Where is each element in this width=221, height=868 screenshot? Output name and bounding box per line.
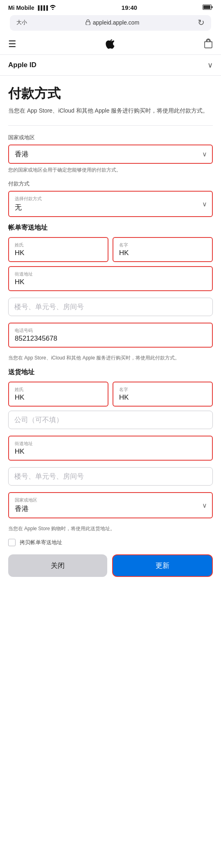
billing-lastname-value: HK <box>15 249 25 257</box>
page-description: 当您在 App Store、iCloud 和其他 Apple 服务进行购买时，将… <box>8 106 213 115</box>
country-select-wrapper[interactable]: 香港 ∨ <box>8 145 213 164</box>
payment-select-label: 选择付款方式 <box>15 196 206 202</box>
status-bar: Mi Mobile ▐▐▐▐ 19:40 <box>0 0 221 14</box>
address-bar-inner: appleid.apple.com <box>27 19 198 26</box>
copy-billing-label: 拷贝帐单寄送地址 <box>20 539 62 546</box>
shipping-country-group: 国家或地区 香港 ∨ <box>8 492 213 518</box>
payment-section: 付款方式 选择付款方式 无 ∨ <box>8 180 213 217</box>
address-size-btn[interactable]: 大小 <box>16 19 27 26</box>
signal-icon: ▐▐▐▐ <box>36 5 47 10</box>
refresh-icon[interactable]: ↻ <box>198 18 205 27</box>
billing-phone-group: 电话号码 85212345678 <box>8 323 213 348</box>
billing-phone-value: 85212345678 <box>15 335 57 342</box>
shipping-street-value: HK <box>15 448 25 455</box>
billing-street-label: 街道地址 <box>15 271 206 277</box>
country-label: 国家或地区 <box>8 134 213 141</box>
close-button[interactable]: 关闭 <box>8 554 107 577</box>
status-right <box>203 5 213 11</box>
billing-name-row: 姓氏 HK 名字 HK <box>8 237 213 262</box>
country-section: 国家或地区 香港 ∨ 您的国家或地区会用于确定您能够使用的付款方式。 <box>8 134 213 174</box>
apple-id-title: Apple ID <box>8 61 36 69</box>
payment-select[interactable]: 选择付款方式 无 <box>8 191 213 217</box>
country-note: 您的国家或地区会用于确定您能够使用的付款方式。 <box>8 166 213 174</box>
wifi-icon <box>50 5 56 11</box>
hamburger-icon[interactable]: ☰ <box>8 39 16 50</box>
shipping-lastname-value: HK <box>15 393 25 401</box>
billing-apt-placeholder: 楼号、单元号、房间号 <box>14 303 84 311</box>
apple-id-header[interactable]: Apple ID ∨ <box>0 55 221 76</box>
divider-1 <box>8 125 213 126</box>
country-select[interactable]: 香港 <box>8 145 213 164</box>
shipping-street-group: 街道地址 HK <box>8 436 213 461</box>
shipping-company-placeholder: 公司（可不填） <box>14 416 63 424</box>
shipping-note: 当您在 Apple Store 购物时，将使用此送货地址。 <box>8 525 213 532</box>
shipping-street-label: 街道地址 <box>15 441 206 447</box>
lock-icon <box>86 19 90 26</box>
svg-rect-1 <box>203 5 210 9</box>
shipping-country-select[interactable]: 国家或地区 香港 <box>8 492 213 518</box>
shipping-title: 送货地址 <box>8 368 213 377</box>
shipping-firstname-value: HK <box>119 393 129 401</box>
billing-street-value: HK <box>15 278 25 286</box>
shipping-name-row: 姓氏 HK 名字 HK <box>8 382 213 407</box>
billing-section: 帐单寄送地址 姓氏 HK 名字 HK 街道地址 HK 楼号、单元号、房间号 <box>8 224 213 362</box>
svg-rect-2 <box>212 6 213 8</box>
main-content: 付款方式 当您在 App Store、iCloud 和其他 Apple 服务进行… <box>0 76 221 589</box>
shipping-country-select-wrapper[interactable]: 国家或地区 香港 ∨ <box>8 492 213 518</box>
address-bar-container: 大小 appleid.apple.com ↻ <box>0 14 221 34</box>
status-time: 19:40 <box>122 4 137 11</box>
shipping-apt-group: 楼号、单元号、房间号 <box>8 467 213 486</box>
shipping-firstname-label: 名字 <box>119 387 206 393</box>
billing-firstname-value: HK <box>119 249 129 257</box>
billing-lastname-label: 姓氏 <box>15 242 102 248</box>
shipping-country-label: 国家或地区 <box>15 497 206 503</box>
billing-title: 帐单寄送地址 <box>8 224 213 232</box>
address-url[interactable]: appleid.apple.com <box>93 19 140 26</box>
action-buttons: 关闭 更新 <box>8 554 213 577</box>
payment-label: 付款方式 <box>8 180 213 188</box>
payment-value: 无 <box>15 203 22 211</box>
shipping-company-field[interactable]: 公司（可不填） <box>8 411 213 429</box>
shipping-apt-placeholder: 楼号、单元号、房间号 <box>14 472 84 480</box>
battery-icon <box>203 5 213 11</box>
shipping-firstname-field[interactable]: 名字 HK <box>113 382 213 407</box>
copy-billing-checkbox[interactable] <box>8 539 16 546</box>
shipping-apt-field[interactable]: 楼号、单元号、房间号 <box>8 467 213 486</box>
apple-id-chevron-icon[interactable]: ∨ <box>207 61 213 70</box>
page-title: 付款方式 <box>8 86 213 101</box>
billing-street-field[interactable]: 街道地址 HK <box>8 266 213 291</box>
billing-phone-field[interactable]: 电话号码 85212345678 <box>8 323 213 348</box>
billing-phone-label: 电话号码 <box>15 328 206 334</box>
billing-phone-note: 当您在 App Store、iCloud 和其他 Apple 服务进行购买时，将… <box>8 354 213 362</box>
billing-street-group: 街道地址 HK <box>8 266 213 291</box>
billing-apt-group: 楼号、单元号、房间号 <box>8 298 213 316</box>
update-button[interactable]: 更新 <box>112 554 213 577</box>
billing-apt-field[interactable]: 楼号、单元号、房间号 <box>8 298 213 316</box>
payment-select-wrapper[interactable]: 选择付款方式 无 ∨ <box>8 191 213 217</box>
shipping-lastname-label: 姓氏 <box>15 387 102 393</box>
copy-billing-row[interactable]: 拷贝帐单寄送地址 <box>8 539 213 546</box>
shipping-company-group: 公司（可不填） <box>8 411 213 429</box>
apple-logo-icon <box>106 38 115 50</box>
billing-firstname-label: 名字 <box>119 242 206 248</box>
shipping-street-field[interactable]: 街道地址 HK <box>8 436 213 461</box>
status-left: Mi Mobile ▐▐▐▐ <box>8 5 56 11</box>
shipping-lastname-field[interactable]: 姓氏 HK <box>8 382 108 407</box>
shipping-country-value: 香港 <box>15 505 29 513</box>
billing-lastname-field[interactable]: 姓氏 HK <box>8 237 108 262</box>
billing-firstname-field[interactable]: 名字 HK <box>113 237 213 262</box>
shipping-section: 送货地址 姓氏 HK 名字 HK 公司（可不填） 街道地址 HK 楼 <box>8 368 213 546</box>
country-value: 香港 <box>15 150 29 158</box>
address-bar[interactable]: 大小 appleid.apple.com ↻ <box>10 15 211 31</box>
svg-rect-3 <box>86 22 90 25</box>
bag-icon[interactable] <box>204 38 213 50</box>
carrier-label: Mi Mobile <box>8 5 34 11</box>
nav-bar: ☰ <box>0 34 221 55</box>
